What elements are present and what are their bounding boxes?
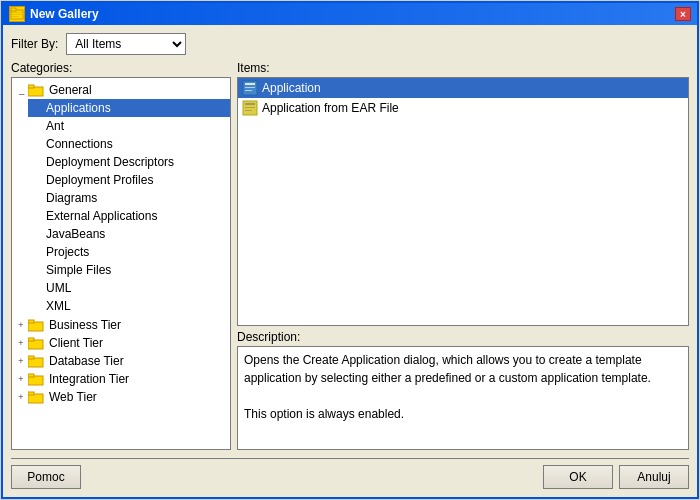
tree-row-projects[interactable]: Projects (28, 243, 230, 261)
description-container: Opens the Create Application dialog, whi… (237, 346, 689, 450)
svg-rect-19 (245, 87, 255, 88)
tree-row-applications[interactable]: Applications (28, 99, 230, 117)
dialog-title: New Gallery (30, 7, 99, 21)
tree-label-deployment-profiles: Deployment Profiles (44, 172, 155, 188)
tree-label-xml: XML (44, 298, 73, 314)
folder-icon-web (28, 389, 44, 405)
expand-icon-client[interactable]: + (14, 336, 28, 350)
folder-icon-general (28, 82, 44, 98)
tree-label-ant: Ant (44, 118, 66, 134)
tree-row-diagrams[interactable]: Diagrams (28, 189, 230, 207)
help-button[interactable]: Pomoc (11, 465, 81, 489)
application-icon (242, 80, 258, 96)
btn-right: OK Anuluj (543, 465, 689, 489)
svg-rect-20 (245, 90, 252, 91)
svg-rect-22 (245, 103, 255, 105)
svg-rect-6 (28, 85, 34, 88)
tree-label-client-tier: Client Tier (47, 335, 105, 351)
svg-rect-14 (28, 374, 34, 377)
expand-icon-database[interactable]: + (14, 354, 28, 368)
tree-row-deployment-descriptors[interactable]: Deployment Descriptors (28, 153, 230, 171)
main-panels: Categories: ⎯ General (11, 61, 689, 450)
button-row: Pomoc OK Anuluj (3, 459, 697, 497)
svg-rect-3 (12, 14, 22, 15)
svg-rect-23 (245, 107, 255, 108)
tree-label-connections: Connections (44, 136, 115, 152)
expand-icon-general[interactable]: ⎯ (14, 83, 28, 97)
tree-row-integration-tier[interactable]: + Integration Tier (12, 370, 230, 388)
tree-label-database-tier: Database Tier (47, 353, 126, 369)
application-ear-icon (242, 100, 258, 116)
items-container[interactable]: Application Applicat (237, 77, 689, 326)
application-ear-label: Application from EAR File (262, 101, 399, 115)
tree-label-business-tier: Business Tier (47, 317, 123, 333)
cancel-button[interactable]: Anuluj (619, 465, 689, 489)
svg-rect-10 (28, 338, 34, 341)
svg-rect-18 (245, 83, 255, 85)
ok-button[interactable]: OK (543, 465, 613, 489)
items-top: Items: Application (237, 61, 689, 326)
folder-icon-integration (28, 371, 44, 387)
tree-label-deployment-descriptors: Deployment Descriptors (44, 154, 176, 170)
tree-row-uml[interactable]: UML (28, 279, 230, 297)
description-label: Description: (237, 330, 689, 344)
expand-icon-integration[interactable]: + (14, 372, 28, 386)
tree-label-integration-tier: Integration Tier (47, 371, 131, 387)
dialog-icon (9, 6, 25, 22)
tree-label-external-applications: External Applications (44, 208, 159, 224)
tree-row-deployment-profiles[interactable]: Deployment Profiles (28, 171, 230, 189)
expand-icon-business[interactable]: + (14, 318, 28, 332)
svg-rect-12 (28, 356, 34, 359)
svg-rect-1 (11, 8, 16, 11)
list-item-application[interactable]: Application (238, 78, 688, 98)
items-label: Items: (237, 61, 689, 75)
folder-icon-business (28, 317, 44, 333)
tree-label-simple-files: Simple Files (44, 262, 113, 278)
folder-icon-client (28, 335, 44, 351)
tree-row-simple-files[interactable]: Simple Files (28, 261, 230, 279)
categories-panel: Categories: ⎯ General (11, 61, 231, 450)
tree-label-uml: UML (44, 280, 73, 296)
categories-label: Categories: (11, 61, 231, 75)
tree-label-javabeans: JavaBeans (44, 226, 107, 242)
filter-label: Filter By: (11, 37, 58, 51)
svg-rect-8 (28, 320, 34, 323)
tree-row-database-tier[interactable]: + Database Tier (12, 352, 230, 370)
tree-row-client-tier[interactable]: + Client Tier (12, 334, 230, 352)
svg-rect-24 (245, 110, 252, 111)
svg-rect-4 (12, 16, 19, 17)
folder-icon-database (28, 353, 44, 369)
filter-select[interactable]: All Items Recent Items (66, 33, 186, 55)
right-column: Items: Application (237, 61, 689, 450)
application-label: Application (262, 81, 321, 95)
tree-label-projects: Projects (44, 244, 91, 260)
tree-item-general[interactable]: ⎯ General (12, 80, 230, 316)
tree-row-business-tier[interactable]: + Business Tier (12, 316, 230, 334)
tree-label-diagrams: Diagrams (44, 190, 99, 206)
dialog-content: Filter By: All Items Recent Items Catego… (3, 25, 697, 458)
tree-row-external-applications[interactable]: External Applications (28, 207, 230, 225)
tree-row-web-tier[interactable]: + Web Tier (12, 388, 230, 406)
tree-row-javabeans[interactable]: JavaBeans (28, 225, 230, 243)
svg-rect-2 (12, 12, 22, 13)
tree-row-ant[interactable]: Ant (28, 117, 230, 135)
description-panel: Description: Opens the Create Applicatio… (237, 330, 689, 450)
tree-label-general: General (47, 82, 94, 98)
title-bar: New Gallery × (3, 3, 697, 25)
description-text: Opens the Create Application dialog, whi… (244, 353, 651, 421)
tree-label-applications: Applications (44, 100, 113, 116)
svg-rect-16 (28, 392, 34, 395)
expand-icon-web[interactable]: + (14, 390, 28, 404)
tree-row-connections[interactable]: Connections (28, 135, 230, 153)
spacer-applications (30, 101, 44, 115)
tree-row-xml[interactable]: XML (28, 297, 230, 315)
list-item-application-ear[interactable]: Application from EAR File (238, 98, 688, 118)
close-button[interactable]: × (675, 7, 691, 21)
title-bar-left: New Gallery (9, 6, 99, 22)
new-gallery-dialog: New Gallery × Filter By: All Items Recen… (1, 1, 699, 499)
tree-row-general[interactable]: ⎯ General (12, 81, 230, 99)
tree-label-web-tier: Web Tier (47, 389, 99, 405)
filter-row: Filter By: All Items Recent Items (11, 33, 689, 55)
general-children: Applications Ant Connections (12, 99, 230, 315)
tree-container[interactable]: ⎯ General (11, 77, 231, 450)
